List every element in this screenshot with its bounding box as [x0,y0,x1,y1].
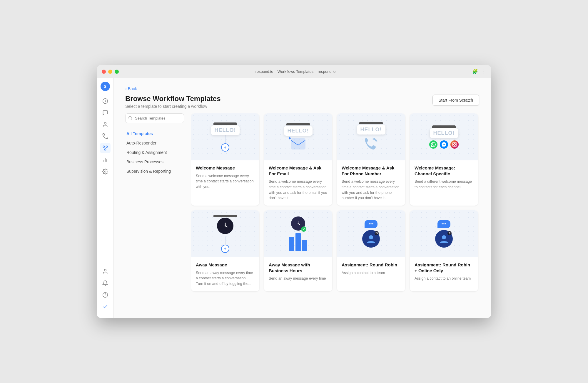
card-desc-3: Send a welcome message every time a cont… [342,179,400,201]
card-desc: Send a welcome message every time a cont… [196,173,255,190]
card-desc-5: Send an away message every time a contac… [196,270,255,287]
header-text: Browse Workflow Templates Select a templ… [125,95,221,109]
sidebar-item-dashboard[interactable] [100,96,111,106]
filter-all-templates[interactable]: All Templates [125,129,184,138]
card-desc-6: Send an away message every time [269,276,328,281]
card-image-away-hours [264,210,332,257]
start-from-scratch-button[interactable]: Start From Scratch [432,95,479,106]
card-image-welcome-channel: HELLO! [410,113,478,160]
building-2 [295,233,301,251]
svg-rect-2 [103,146,104,147]
email-icon [290,138,306,150]
filter-business-processes[interactable]: Business Processes [125,157,184,167]
svg-point-28 [445,223,446,224]
card-body-5: Away Message Send an away message every … [191,257,259,291]
search-icon [128,116,132,121]
template-card-away[interactable]: + Away Message Send an away message ever… [191,210,259,291]
maximize-button[interactable] [115,70,119,74]
phone-icon [364,137,378,151]
sidebar-item-chat[interactable] [100,107,111,118]
window-title: respond.io – Workflows Templates – respo… [119,69,472,74]
svg-point-1 [104,122,106,125]
chat-dots-2 [441,222,447,226]
card-title-6: Away Message with Business Hours [269,262,328,273]
app-window: respond.io – Workflows Templates – respo… [97,65,491,318]
sidebar-item-reports[interactable] [100,154,111,165]
card-title-3: Welcome Message & Ask For Phone Number [342,165,400,177]
page-header: ‹ Back Browse Workflow Templates Select … [113,78,491,113]
instagram-icon [450,140,459,149]
titlebar-actions: 🧩 ⋮ [472,69,486,74]
filter-routing-assignment[interactable]: Routing & Assignment [125,148,184,157]
card-illustration-round-robin [362,220,380,248]
card-title-8: Assignment: Round Robin + Online Only [415,262,473,273]
agent-svg-2 [439,234,449,244]
template-card-welcome[interactable]: HELLO! + Welcome Message Send a welcome … [191,113,259,206]
template-card-round-robin[interactable]: Assignment: Round Robin Assign a contact… [337,210,405,291]
template-card-welcome-email[interactable]: HELLO! ✦ [264,113,332,206]
card-desc-4: Send a different welcome message to cont… [415,179,473,190]
app-layout: S [97,78,491,318]
channel-icons-group [429,140,459,149]
card-title: Welcome Message [196,165,255,171]
filter-supervision-reporting[interactable]: Supervision & Reporting [125,167,184,176]
filter-sidebar: All Templates Auto-Responder Routing & A… [125,113,184,312]
sidebar-item-contacts[interactable] [100,119,111,130]
svg-point-23 [370,223,372,224]
content-area: All Templates Auto-Responder Routing & A… [113,113,491,318]
card-image-round-robin-online [410,210,478,257]
clock-bg [217,218,233,234]
sidebar-item-profile[interactable] [100,266,111,277]
svg-point-27 [443,223,445,224]
svg-point-26 [442,223,443,224]
card-image-welcome: HELLO! + [191,113,259,160]
chat-dots [368,222,374,226]
svg-point-9 [104,269,106,271]
svg-point-29 [442,235,446,239]
wifi-icon [448,232,451,235]
card-illustration-welcome-phone: HELLO! [357,122,385,152]
svg-rect-14 [291,139,305,149]
sidebar-item-settings[interactable] [100,166,111,177]
template-card-welcome-channel[interactable]: HELLO! [410,113,478,206]
user-avatar[interactable]: S [101,82,110,91]
card-body-7: Assignment: Round Robin Assign a contact… [337,257,405,280]
card-illustration-welcome: HELLO! + [211,122,240,152]
sidebar-item-broadcast[interactable] [100,131,111,142]
sync-indicator [375,231,379,235]
svg-point-25 [369,235,373,239]
card-illustration-away: + [213,215,237,253]
filter-auto-responder[interactable]: Auto-Responder [125,138,184,148]
template-card-away-hours[interactable]: Away Message with Business Hours Send an… [264,210,332,291]
minimize-button[interactable] [108,70,112,74]
sidebar-item-tasks[interactable] [100,301,111,312]
card-desc-7: Assign a contact to a team [342,270,400,276]
card-illustration-round-robin-online [435,220,453,248]
email-wrapper: ✦ [290,138,306,151]
wifi-indicator [447,231,452,235]
sidebar-icons: S [97,78,113,318]
main-panel: ‹ Back Browse Workflow Templates Select … [113,78,491,318]
back-link[interactable]: ‹ Back [125,86,479,91]
back-label: Back [128,86,137,91]
svg-point-12 [129,116,131,119]
chat-bubble-2 [437,220,450,228]
svg-rect-4 [104,149,106,150]
card-title-5: Away Message [196,262,255,268]
search-input[interactable] [125,113,184,123]
chat-bubble [365,220,377,228]
sidebar-item-notifications[interactable] [100,278,111,288]
connector [225,135,225,143]
card-body-4: Welcome Message: Channel Specific Send a… [410,160,478,195]
agent-avatar-2 [435,230,453,248]
extension-icon: 🧩 [472,69,478,74]
sidebar-item-help[interactable] [100,290,111,300]
card-illustration-away-hours [289,216,307,251]
check-badge [301,226,306,232]
template-card-round-robin-online[interactable]: Assignment: Round Robin + Online Only As… [410,210,478,291]
sidebar-item-workflows[interactable] [100,143,111,153]
svg-point-30 [449,234,450,234]
close-button[interactable] [102,70,106,74]
template-card-welcome-phone[interactable]: HELLO! [337,113,405,206]
hello-text-2: HELLO! [284,126,313,136]
